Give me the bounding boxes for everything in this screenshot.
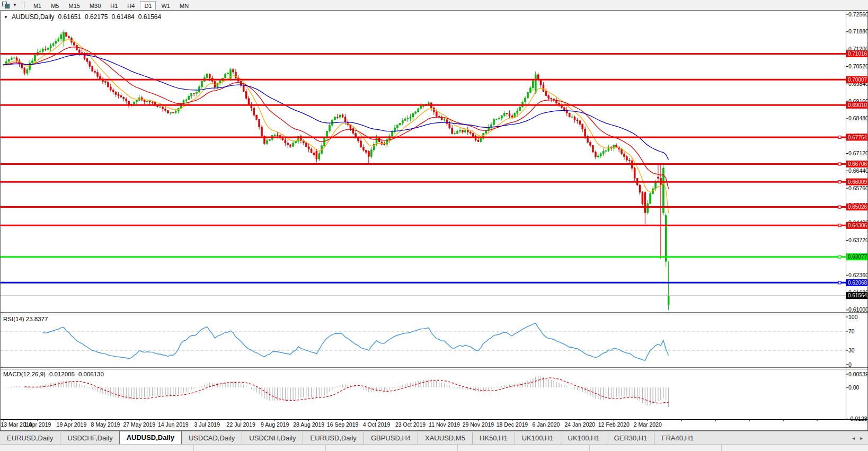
price-tick-label: 0.71880	[848, 28, 867, 34]
timeframe-button-m5[interactable]: M5	[47, 1, 63, 11]
candle-body	[206, 74, 208, 77]
candle-body	[86, 59, 88, 62]
price-tick-label: 0.65760	[848, 185, 867, 191]
date-label: 2 Mar 2020	[634, 421, 662, 428]
candle-body	[29, 63, 31, 70]
chart-tab-ger30-h1[interactable]: GER30,H1	[607, 432, 654, 444]
chart-tab-xauusd-m5[interactable]: XAUUSD,M5	[418, 432, 472, 444]
price-tick-label: 0.63720	[848, 237, 867, 243]
level-line-handle[interactable]	[838, 181, 841, 183]
price-level-chip[interactable]: 0.64306	[846, 222, 867, 229]
timeframe-button-m15[interactable]: M15	[64, 1, 84, 11]
timeframe-button-h4[interactable]: H4	[123, 1, 139, 11]
chart-tab-usdcnh-daily[interactable]: USDCNH,Daily	[242, 432, 303, 444]
collapse-triangle-icon[interactable]: ▼	[4, 15, 8, 20]
candle-body	[428, 103, 429, 104]
status-bar	[0, 444, 868, 451]
candle-body	[146, 101, 148, 102]
candle-body	[26, 70, 28, 73]
candle-body	[511, 116, 513, 117]
candle-body	[368, 152, 369, 157]
price-level-chip[interactable]: 0.66009	[846, 179, 867, 185]
price-chart-canvas[interactable]: 0.725600.718800.712000.705200.698400.691…	[1, 11, 867, 430]
candle-body	[404, 119, 406, 121]
price-level-chip[interactable]: 0.62068	[846, 279, 867, 286]
candle-body	[191, 94, 192, 96]
candle-body	[495, 119, 497, 119]
timeframe-button-d1[interactable]: D1	[140, 1, 156, 11]
candle-body	[259, 119, 260, 127]
timeframe-button-mn[interactable]: MN	[175, 1, 193, 11]
candle-body	[410, 117, 411, 118]
timeframe-button-m30[interactable]: M30	[85, 1, 105, 11]
candle-body	[316, 152, 317, 159]
candle-body	[232, 69, 234, 72]
level-line-handle[interactable]	[838, 281, 841, 284]
chart-tab-bar: EURUSD,DailyUSDCHF,DailyAUDUSD,DailyUSDC…	[0, 431, 868, 444]
candle-body	[324, 138, 325, 146]
candle-body	[196, 92, 198, 93]
level-line-handle[interactable]	[838, 255, 841, 258]
tab-scroll-right-icon[interactable]: ▸	[860, 435, 863, 441]
candle-body	[396, 125, 398, 128]
date-label: 14 Jun 2019	[158, 421, 189, 428]
chevron-down-icon[interactable]: ▼	[13, 3, 17, 7]
arrange-charts-icon[interactable]	[2, 2, 11, 9]
candle-body	[472, 133, 474, 136]
level-line-handle[interactable]	[838, 136, 841, 138]
timeframe-button-m1[interactable]: M1	[29, 1, 46, 11]
candle-body	[464, 130, 466, 132]
price-level-chip[interactable]: 0.66706	[846, 161, 867, 167]
chart-tab-usdcad-daily[interactable]: USDCAD,Daily	[182, 432, 242, 444]
price-level-chip[interactable]: 0.63077	[846, 253, 867, 260]
chart-tab-gbpusd-h4[interactable]: GBPUSD,H4	[364, 432, 418, 444]
ohlc-high: 0.62175	[85, 13, 108, 21]
price-level-chip-text: 0.69010	[848, 102, 867, 108]
chart-tab-usdchf-daily[interactable]: USDCHF,Daily	[60, 432, 119, 444]
price-level-chip[interactable]: 0.70007	[846, 76, 867, 83]
date-label: 9 Aug 2019	[261, 421, 289, 428]
candle-body	[605, 151, 607, 151]
level-line-handle[interactable]	[838, 163, 841, 165]
chart-tab-eurusd-daily[interactable]: EURUSD,Daily	[0, 432, 60, 444]
chart-tab-uk100-h1[interactable]: UK100,H1	[561, 432, 607, 444]
price-level-chip[interactable]: 0.69010	[846, 102, 867, 109]
price-level-chip[interactable]: 0.65026	[846, 204, 867, 210]
candle-body	[34, 55, 36, 61]
candle-body	[175, 111, 176, 113]
date-label: 24 Jan 2020	[564, 421, 595, 428]
candle-body	[329, 126, 331, 131]
level-line-handle[interactable]	[838, 206, 841, 208]
level-line-handle[interactable]	[838, 224, 841, 227]
price-level-chip[interactable]: 0.67754	[846, 134, 867, 140]
candle-body	[318, 154, 320, 159]
candle-body	[334, 117, 335, 120]
candle-body	[639, 185, 641, 192]
candle-body	[407, 118, 409, 119]
ohlc-low: 0.61484	[111, 13, 134, 21]
candle-body	[344, 117, 346, 122]
candle-body	[68, 37, 70, 38]
candle-body	[509, 114, 510, 116]
chart-tab-uk100-h1[interactable]: UK100,H1	[515, 432, 561, 444]
chart-tab-hk50-h1[interactable]: HK50,H1	[472, 432, 515, 444]
candle-body	[519, 107, 521, 111]
price-level-chip-text: 0.67754	[848, 135, 867, 140]
tab-scroll-left-icon[interactable]: ◂	[852, 435, 855, 441]
candle-body	[308, 147, 309, 149]
date-label: 28 Aug 2019	[293, 421, 324, 428]
chart-tab-audusd-daily[interactable]: AUDUSD,Daily	[119, 431, 182, 444]
macd-tick-label: 0.00	[848, 384, 860, 391]
chart-tab-eurusd-daily[interactable]: EURUSD,Daily	[303, 432, 363, 444]
price-level-chip-text: 0.66706	[848, 161, 867, 167]
price-tick-label: 0.66440	[848, 167, 867, 174]
chart-tab-fra40-h1[interactable]: FRA40,H1	[654, 432, 701, 444]
candle-body	[199, 87, 200, 92]
candle-body	[295, 142, 297, 143]
candle-body	[277, 135, 278, 136]
last-price-chip[interactable]: 0.61564	[846, 292, 867, 299]
timeframe-button-h1[interactable]: H1	[106, 1, 122, 11]
timeframe-button-w1[interactable]: W1	[157, 1, 174, 11]
candle-body	[480, 138, 482, 142]
price-level-chip[interactable]: 0.71016	[846, 50, 867, 57]
